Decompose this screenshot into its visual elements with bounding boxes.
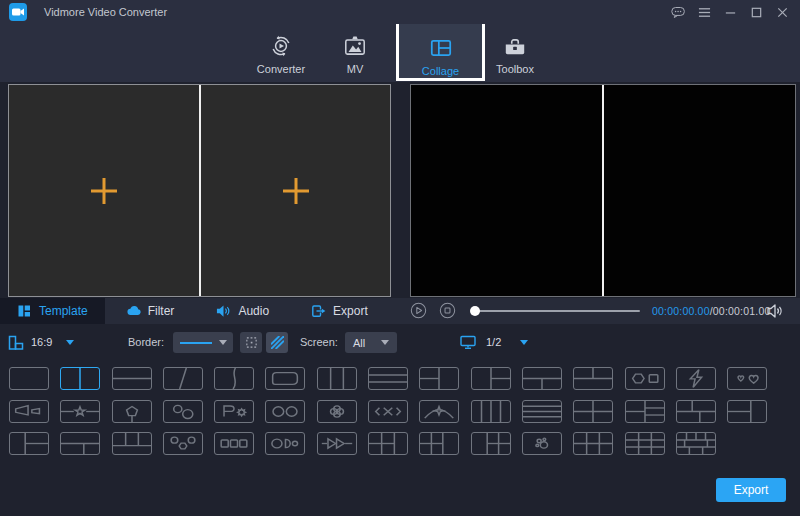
export-button[interactable]: Export — [716, 478, 786, 502]
feedback-icon[interactable] — [670, 5, 686, 20]
page-caret-icon[interactable] — [520, 340, 528, 345]
feature-tab-audio[interactable]: Audio — [195, 298, 290, 324]
seek-slider[interactable] — [472, 310, 640, 312]
template-thumb-top-2col-bottom-2col[interactable] — [676, 400, 716, 423]
nav-tab-mv[interactable]: MV — [322, 33, 388, 75]
template-thumb-left-2row-right[interactable] — [419, 367, 459, 390]
player-controls: 00:00:00.00/00:00:01.00 — [400, 298, 800, 324]
template-thumb-bubbles[interactable] — [522, 432, 562, 455]
border-color-button[interactable] — [266, 332, 288, 353]
template-thumb-clover[interactable] — [317, 400, 357, 423]
template-thumb-x-brackets[interactable] — [368, 400, 408, 423]
template-thumb-pentagon[interactable] — [112, 400, 152, 423]
nav-tab-label: Converter — [247, 63, 315, 75]
template-thumb-two-row[interactable] — [112, 367, 152, 390]
collage-editor-panel — [8, 84, 391, 297]
toolbox-icon — [502, 33, 528, 59]
template-thumb-left-right-2row[interactable] — [471, 367, 511, 390]
screen-dropdown-caret-icon — [381, 340, 389, 345]
nav-tab-collage[interactable]: Collage — [396, 21, 485, 81]
template-thumb-top-row-bottom-2col[interactable] — [60, 432, 100, 455]
nav-tab-converter[interactable]: Converter — [247, 33, 315, 75]
template-thumb-circles-diag[interactable] — [163, 400, 203, 423]
collage-icon — [428, 35, 454, 61]
template-thumb-top-bottom-2col[interactable] — [522, 367, 562, 390]
template-thumb-top-2col-bottom[interactable] — [573, 367, 613, 390]
aspect-ratio-caret-icon[interactable] — [66, 340, 74, 345]
template-thumb-grid-2x2-right-col-sm[interactable] — [368, 432, 408, 455]
collage-cell-2[interactable] — [201, 85, 390, 296]
template-thumb-double-arrows[interactable] — [317, 432, 357, 455]
template-thumb-four-row[interactable] — [522, 400, 562, 423]
screen-dropdown[interactable]: All — [345, 332, 397, 353]
feature-tab-filter[interactable]: Filter — [105, 298, 196, 324]
feature-tabs: TemplateFilterAudioExport — [0, 298, 389, 324]
collage-toolbar: 16:9 Border: Screen: All 1/2 — [0, 331, 800, 355]
template-thumb-two-col[interactable] — [60, 367, 100, 390]
maximize-icon[interactable] — [748, 5, 764, 20]
template-thumb-hearts[interactable] — [727, 367, 767, 390]
stop-button[interactable] — [439, 302, 456, 319]
feature-tab-label: Filter — [148, 304, 175, 318]
template-thumb-single[interactable] — [9, 367, 49, 390]
nav-tab-label: Toolbox — [482, 63, 548, 75]
template-thumb-grid-3x3[interactable] — [625, 432, 665, 455]
template-thumb-grid-2x2-right-3row[interactable] — [625, 400, 665, 423]
aspect-ratio-value[interactable]: 16:9 — [31, 336, 52, 348]
template-thumb-three-squares[interactable] — [214, 432, 254, 455]
template-thumb-megaphone[interactable] — [9, 400, 49, 423]
template-thumb-p-gear[interactable] — [214, 400, 254, 423]
page-indicator: 1/2 — [486, 336, 501, 348]
border-style-line — [180, 342, 212, 344]
preview-panel — [410, 84, 796, 297]
template-thumb-arc-star[interactable] — [419, 400, 459, 423]
feature-tab-strip: TemplateFilterAudioExport 00:00:00.00/00… — [0, 298, 800, 324]
filter-icon — [126, 304, 141, 318]
template-thumb-circle-hex-circle[interactable] — [163, 432, 203, 455]
border-dash-button[interactable] — [240, 332, 262, 353]
template-thumb-rounded-pip[interactable] — [265, 367, 305, 390]
template-thumb-three-col[interactable] — [317, 367, 357, 390]
template-thumb-diagonal[interactable] — [163, 367, 203, 390]
feature-tab-label: Audio — [238, 304, 269, 318]
aspect-ratio-icon[interactable] — [8, 335, 24, 351]
feature-tab-export[interactable]: Export — [290, 298, 389, 324]
template-thumb-brick-grid[interactable] — [676, 432, 716, 455]
monitor-icon[interactable] — [460, 335, 476, 350]
volume-icon[interactable] — [766, 303, 784, 319]
template-thumb-hex-square[interactable] — [625, 367, 665, 390]
mv-icon — [342, 33, 368, 59]
seek-slider-knob[interactable] — [470, 306, 480, 316]
template-thumb-lightning[interactable] — [676, 367, 716, 390]
converter-icon — [268, 33, 294, 59]
template-thumb-grid-2x2[interactable] — [573, 400, 613, 423]
template-thumb-grid-3x2[interactable] — [573, 432, 613, 455]
play-button[interactable] — [410, 302, 427, 319]
collage-cell-1[interactable] — [9, 85, 199, 296]
template-thumb-left-2row-right-col[interactable] — [727, 400, 767, 423]
template-row — [9, 400, 795, 423]
template-thumb-two-circles[interactable] — [265, 400, 305, 423]
template-thumb-grid-2x2-right-col[interactable] — [419, 432, 459, 455]
template-thumb-four-col[interactable] — [471, 400, 511, 423]
template-thumb-star-line[interactable] — [60, 400, 100, 423]
app-logo-icon — [9, 3, 27, 21]
menu-icon[interactable] — [696, 5, 712, 20]
app-window: Vidmore Video Converter ConverterMVColla… — [0, 0, 800, 516]
feature-tab-template[interactable]: Template — [0, 298, 105, 324]
template-thumb-top-3col-bottom-row[interactable] — [112, 432, 152, 455]
template-thumb-left-col-grid-2x2[interactable] — [471, 432, 511, 455]
main-nav: ConverterMVCollageToolbox — [0, 24, 800, 82]
titlebar: Vidmore Video Converter — [0, 0, 800, 24]
add-video-plus-icon[interactable] — [281, 176, 311, 206]
border-style-dropdown[interactable] — [173, 332, 233, 353]
template-thumb-three-row[interactable] — [368, 367, 408, 390]
template-thumb-left-col-right-2row[interactable] — [9, 432, 49, 455]
minimize-icon[interactable] — [722, 5, 738, 20]
nav-tab-toolbox[interactable]: Toolbox — [482, 33, 548, 75]
template-thumb-circle-half-dot[interactable] — [265, 432, 305, 455]
template-thumb-curve[interactable] — [214, 367, 254, 390]
close-icon[interactable] — [774, 5, 790, 20]
total-time: 00:00:01.00 — [713, 305, 771, 317]
add-video-plus-icon[interactable] — [89, 176, 119, 206]
